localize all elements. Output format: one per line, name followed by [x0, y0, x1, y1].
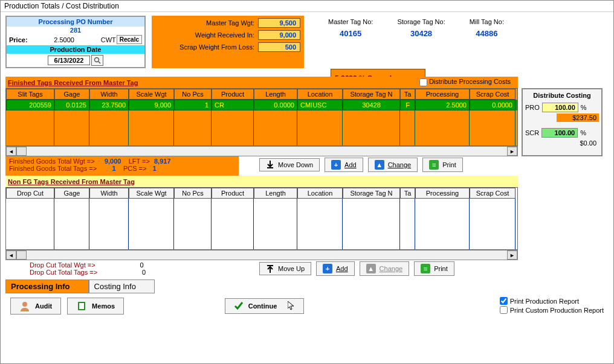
- svg-line-1: [99, 62, 100, 63]
- tab-costing-info[interactable]: Costing Info: [89, 279, 155, 293]
- col-swgt[interactable]: Scale Wgt: [129, 89, 174, 100]
- col-stag[interactable]: Storage Tag N: [343, 89, 400, 100]
- print-custom-report-wrap[interactable]: Print Custom Production Report: [500, 306, 604, 314]
- move-up-button[interactable]: Move Up: [259, 262, 311, 275]
- window-title: Production Totals / Cost Distribution: [1, 1, 613, 12]
- ncol-gage[interactable]: Gage: [54, 188, 89, 199]
- ncol-width[interactable]: Width: [89, 188, 129, 199]
- audit-button[interactable]: Audit: [10, 298, 61, 315]
- po-box: Processing PO Number 281 Price: 2.5000 C…: [5, 16, 146, 68]
- ncol-nopcs[interactable]: No Pcs: [174, 188, 212, 199]
- tab-processing-info[interactable]: Processing Info: [5, 279, 89, 293]
- col-proc[interactable]: Processing: [415, 89, 470, 100]
- svg-point-0: [95, 58, 99, 62]
- col-len[interactable]: Length: [254, 89, 297, 100]
- scr-amount: $0.00: [557, 139, 599, 147]
- col-prod[interactable]: Product: [212, 89, 254, 100]
- change-nonfg-button: ▲Change: [360, 261, 410, 276]
- lft-label: LFT =>: [129, 158, 150, 165]
- continue-button[interactable]: Continue: [225, 298, 305, 314]
- master-tag-value: 40165: [340, 29, 361, 38]
- ncol-tag[interactable]: Ta: [400, 188, 415, 199]
- distribute-costs-label: Distribute Processing Costs: [429, 78, 511, 85]
- arrow-up-icon: [266, 264, 274, 273]
- dropcut-wgt: 0: [95, 261, 144, 269]
- fg-grid[interactable]: Slit Tags Gage Width Scale Wgt No Pcs Pr…: [5, 88, 518, 146]
- ncol-prod[interactable]: Product: [212, 188, 254, 199]
- fg-total-tags: 1: [112, 165, 116, 172]
- col-slit[interactable]: Slit Tags: [6, 89, 54, 100]
- production-date-label: Production Date: [7, 45, 144, 54]
- fg-totals-bar: Finished Goods Total Wgt => 9,000 LFT =>…: [5, 156, 239, 176]
- distribute-costs-checkbox[interactable]: [419, 78, 427, 86]
- scroll-left-icon[interactable]: ◄: [6, 251, 16, 260]
- svg-rect-2: [267, 167, 273, 168]
- plus-icon: +: [323, 264, 332, 273]
- ncol-loc[interactable]: Location: [297, 188, 343, 199]
- fg-hscroll[interactable]: ◄ ►: [5, 146, 518, 156]
- mill-tag-value: 44886: [476, 29, 497, 38]
- col-loc[interactable]: Location: [297, 89, 343, 100]
- scroll-thumb[interactable]: [16, 147, 27, 156]
- print-custom-report-checkbox[interactable]: [500, 306, 508, 314]
- fg-total-wgt-label: Finished Goods Total Wgt =>: [9, 158, 95, 165]
- scr-label: SCR: [525, 129, 539, 136]
- po-number: 281: [7, 27, 144, 35]
- storage-tag-label: Storage Tag No:: [397, 18, 445, 25]
- add-nonfg-button[interactable]: +Add: [316, 261, 355, 276]
- fg-section-header: Finished Tags Received From Master Tag D…: [5, 77, 518, 88]
- lft-value: 8,917: [154, 158, 171, 165]
- recv-wgt-value: 9,000: [258, 30, 300, 40]
- col-gage[interactable]: Gage: [54, 89, 89, 100]
- scrap-wgt-value: 500: [258, 42, 300, 52]
- ncol-scrap[interactable]: Scrap Cost: [470, 188, 515, 199]
- master-wgt-label: Master Tag Wgt:: [155, 19, 258, 27]
- production-date-field[interactable]: 6/13/2022: [48, 56, 91, 65]
- person-icon: [19, 301, 30, 311]
- pct-label: %: [581, 104, 587, 111]
- ncol-len[interactable]: Length: [254, 188, 297, 199]
- print-custom-report-label: Print Custom Production Report: [510, 307, 604, 314]
- col-width[interactable]: Width: [89, 89, 129, 100]
- scroll-thumb[interactable]: [16, 251, 27, 260]
- change-icon: ▲: [366, 264, 376, 273]
- dropcut-tags-label: Drop Cut Total Tags =>: [30, 269, 97, 276]
- pcs-label: PCS =>: [123, 165, 147, 172]
- scroll-left-icon[interactable]: ◄: [6, 147, 16, 156]
- dropcut-totals: Drop Cut Total Wgt =>0 Drop Cut Total Ta…: [5, 260, 239, 279]
- add-fg-button[interactable]: +Add: [325, 158, 363, 172]
- fg-total-tags-label: Finished Goods Total Tags =>: [9, 165, 97, 172]
- print-nonfg-button[interactable]: ≡Print: [414, 261, 454, 276]
- pct-label-2: %: [580, 129, 586, 136]
- move-down-button[interactable]: Move Down: [259, 158, 320, 171]
- print-prod-report-checkbox[interactable]: [500, 297, 508, 305]
- scroll-right-icon[interactable]: ►: [507, 251, 517, 260]
- scr-pct-field[interactable]: 100.00: [541, 128, 578, 138]
- nonfg-section-header: Non FG Tags Received From Master Tag: [5, 176, 518, 187]
- ncol-swgt[interactable]: Scale Wgt: [129, 188, 174, 199]
- ncol-stag[interactable]: Storage Tag N: [343, 188, 400, 199]
- recalc-button[interactable]: Recalc: [117, 35, 142, 44]
- book-icon: [76, 301, 87, 311]
- svg-point-4: [22, 302, 27, 307]
- weight-box: Master Tag Wgt:9,500 Weight Received In:…: [152, 16, 304, 68]
- col-scrap[interactable]: Scrap Cost: [470, 89, 515, 100]
- col-tag[interactable]: Ta: [400, 89, 415, 100]
- nonfg-grid[interactable]: Drop Cut Gage Width Scale Wgt No Pcs Pro…: [5, 187, 518, 250]
- magnifier-icon: [94, 57, 101, 64]
- nonfg-hscroll[interactable]: ◄ ►: [5, 250, 518, 260]
- pro-pct-field[interactable]: 100.00: [542, 103, 578, 112]
- pcs-value: 1: [153, 165, 157, 172]
- change-fg-button[interactable]: ▲Change: [368, 158, 418, 172]
- col-nopcs[interactable]: No Pcs: [174, 89, 212, 100]
- ncol-proc[interactable]: Processing: [415, 188, 470, 199]
- mill-tag-label: Mill Tag No:: [470, 18, 504, 25]
- distribute-costing-box: Distribute Costing PRO 100.00 % $237.50 …: [522, 88, 603, 156]
- date-lookup-button[interactable]: [91, 55, 103, 66]
- print-fg-button[interactable]: ≡Print: [422, 158, 463, 172]
- scroll-right-icon[interactable]: ►: [507, 147, 517, 156]
- ncol-drop[interactable]: Drop Cut: [6, 188, 54, 199]
- print-prod-report-wrap[interactable]: Print Production Report: [500, 297, 604, 305]
- memos-button[interactable]: Memos: [67, 298, 124, 315]
- cursor-icon: [288, 301, 295, 311]
